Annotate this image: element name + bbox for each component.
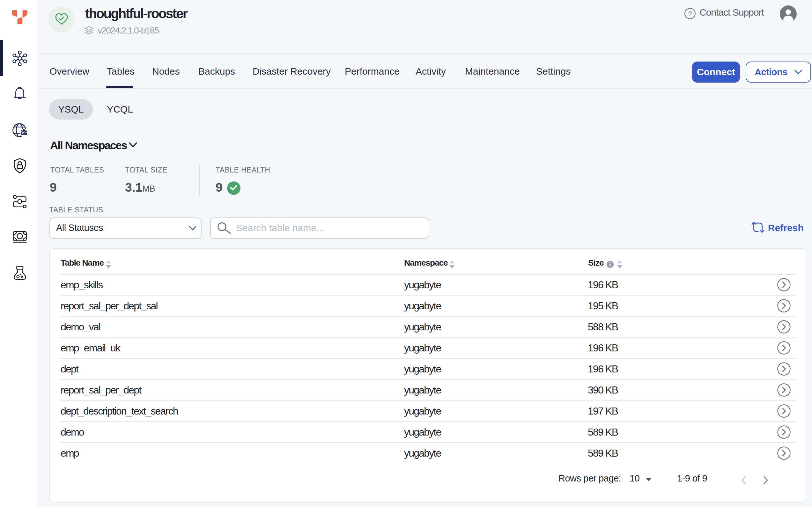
svg-text:?: ? [688, 10, 692, 17]
